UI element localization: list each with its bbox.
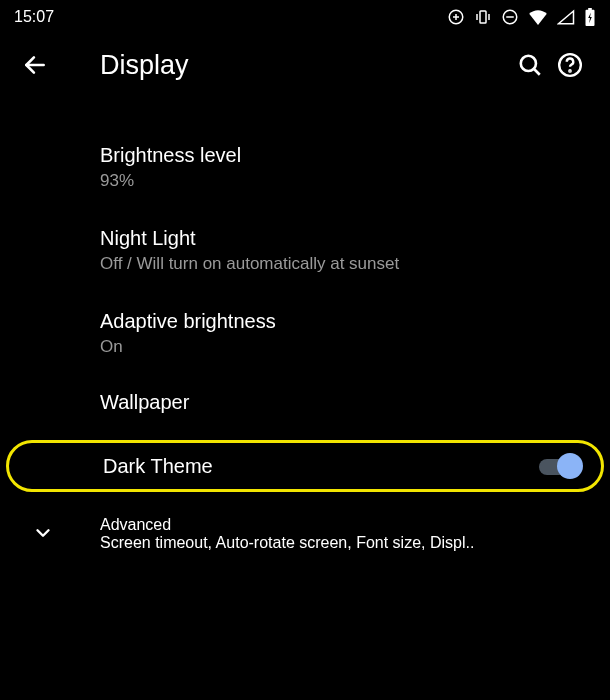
setting-night-light[interactable]: Night Light Off / Will turn on automatic…: [0, 209, 610, 292]
setting-title: Wallpaper: [100, 391, 590, 414]
app-bar: Display: [0, 34, 610, 96]
setting-subtitle: Off / Will turn on automatically at suns…: [100, 254, 590, 274]
search-icon: [517, 52, 543, 78]
signal-icon: [557, 9, 575, 25]
wifi-icon: [528, 9, 548, 25]
status-icons: [447, 8, 596, 26]
setting-subtitle: Screen timeout, Auto-rotate screen, Font…: [100, 534, 590, 552]
svg-point-11: [521, 56, 536, 71]
settings-list: Brightness level 93% Night Light Off / W…: [0, 96, 610, 566]
setting-subtitle: 93%: [100, 171, 590, 191]
svg-rect-3: [480, 11, 486, 23]
page-title: Display: [100, 50, 510, 81]
setting-title: Advanced: [100, 516, 590, 534]
setting-brightness-level[interactable]: Brightness level 93%: [0, 126, 610, 209]
setting-advanced[interactable]: Advanced Screen timeout, Auto-rotate scr…: [0, 496, 610, 566]
status-time: 15:07: [14, 8, 54, 26]
setting-title: Brightness level: [100, 144, 590, 167]
status-bar: 15:07: [0, 0, 610, 34]
vibrate-icon: [474, 8, 492, 26]
svg-line-12: [534, 69, 540, 75]
setting-title: Adaptive brightness: [100, 310, 590, 333]
toggle-thumb: [557, 453, 583, 479]
dnd-icon: [501, 8, 519, 26]
setting-adaptive-brightness[interactable]: Adaptive brightness On: [0, 292, 610, 375]
back-button[interactable]: [22, 52, 52, 78]
setting-title: Night Light: [100, 227, 590, 250]
arrow-left-icon: [22, 52, 48, 78]
battery-charging-icon: [584, 8, 596, 26]
help-icon: [557, 52, 583, 78]
expand-icon-wrap: [20, 516, 100, 544]
setting-title: Dark Theme: [103, 455, 537, 478]
plus-circle-icon: [447, 8, 465, 26]
setting-subtitle: On: [100, 337, 590, 357]
setting-wallpaper[interactable]: Wallpaper: [0, 375, 610, 430]
dark-theme-toggle[interactable]: [537, 453, 583, 479]
svg-rect-9: [588, 8, 592, 11]
svg-point-14: [569, 70, 570, 71]
search-button[interactable]: [510, 52, 550, 78]
chevron-down-icon: [32, 522, 54, 544]
setting-dark-theme[interactable]: Dark Theme: [6, 440, 604, 492]
help-button[interactable]: [550, 52, 590, 78]
